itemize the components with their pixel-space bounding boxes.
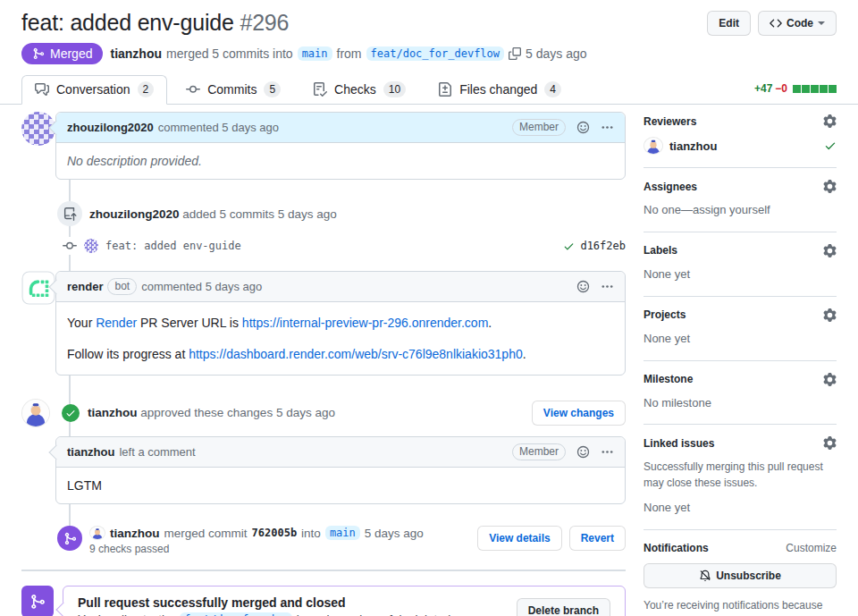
dashboard-url-link[interactable]: https://dashboard.render.com/web/srv-c76… — [189, 347, 523, 361]
timeline-merge-event: tianzhou merged commit 762005b into main… — [21, 526, 626, 555]
labels-heading: Labels — [644, 244, 677, 257]
base-branch-label[interactable]: main — [325, 526, 360, 540]
head-branch-label[interactable]: feat/doc_for_devflow — [366, 46, 505, 61]
event-author-link[interactable]: zhouzilong2020 — [89, 207, 180, 221]
sidebar-section-projects: Projects None yet — [644, 297, 837, 361]
event-author-link[interactable]: tianzhou — [110, 527, 160, 540]
checks-passed-link[interactable]: 9 checks passed — [89, 543, 424, 555]
comment-author-link[interactable]: zhouzilong2020 — [67, 121, 154, 134]
edit-button[interactable]: Edit — [707, 11, 751, 36]
gear-icon[interactable] — [823, 373, 837, 386]
event-text: added 5 commits 5 days ago — [182, 207, 337, 221]
into-word: into — [301, 527, 321, 540]
event-author-link[interactable]: tianzhou — [88, 406, 138, 419]
customize-link[interactable]: Customize — [786, 542, 837, 554]
merge-author-link[interactable]: tianzhou — [110, 46, 162, 61]
tab-checks[interactable]: Checks 10 — [299, 75, 419, 105]
tab-files-changed[interactable]: Files changed 4 — [425, 75, 575, 105]
comment-author-link[interactable]: tianzhou — [67, 445, 114, 459]
git-merge-icon — [57, 526, 82, 551]
sidebar-section-reviewers: Reviewers tianzhou — [644, 112, 837, 168]
reviewer-row[interactable]: tianzhou — [644, 137, 837, 155]
tab-commits[interactable]: Commits 5 — [172, 75, 294, 105]
sidebar-section-notifications: Notifications Customize Unsubscribe You’… — [644, 530, 837, 616]
merged-sha-link[interactable]: 762005b — [252, 527, 298, 539]
merge-time: 5 days ago — [526, 46, 587, 61]
sidebar-section-milestone: Milestone No milestone — [644, 361, 837, 426]
avatar[interactable] — [21, 399, 50, 427]
smiley-icon[interactable] — [576, 280, 590, 293]
avatar — [644, 137, 663, 155]
comment-action: left a comment — [119, 445, 195, 459]
commit-message-link[interactable]: feat: added env-guide — [105, 240, 241, 252]
diffstat: +47 −0 — [754, 82, 837, 104]
notifications-caption: You’re receiving notifications because y… — [644, 597, 837, 616]
view-changes-button[interactable]: View changes — [532, 401, 626, 426]
projects-heading: Projects — [644, 308, 686, 321]
kebab-icon[interactable] — [601, 121, 614, 134]
bell-slash-icon — [699, 570, 711, 582]
avatar[interactable] — [84, 239, 98, 253]
bot-author-link[interactable]: render — [67, 280, 103, 293]
event-text: approved these changes 5 days ago — [140, 406, 335, 419]
code-dropdown-button[interactable]: Code — [758, 11, 837, 36]
kebab-icon[interactable] — [601, 445, 614, 459]
tab-label: Conversation — [56, 82, 130, 97]
comment-action: commented 5 days ago — [158, 121, 279, 134]
sidebar-section-linked-issues: Linked issues Successfully merging this … — [644, 425, 837, 530]
delete-branch-button[interactable]: Delete branch — [517, 598, 610, 616]
diffstat-deletions: −0 — [775, 82, 787, 95]
sidebar-section-labels: Labels None yet — [644, 232, 837, 297]
milestone-empty: No milestone — [644, 395, 837, 412]
code-icon — [770, 17, 782, 30]
assign-yourself-link[interactable]: assign yourself — [693, 203, 770, 216]
merged-banner-title: Pull request successfully merged and clo… — [78, 595, 454, 610]
timeline-review-comment: tianzhou left a comment Member LGTM — [21, 436, 626, 504]
gear-icon[interactable] — [823, 308, 837, 322]
member-badge: Member — [512, 443, 566, 460]
gear-icon[interactable] — [823, 436, 837, 450]
base-branch-label[interactable]: main — [298, 46, 332, 61]
smiley-icon[interactable] — [576, 445, 590, 459]
diffstat-additions: +47 — [754, 82, 772, 95]
event-time: 5 days ago — [365, 527, 424, 540]
gear-icon[interactable] — [823, 180, 837, 193]
timeline-review-event: tianzhou approved these changes 5 days a… — [21, 399, 626, 427]
deleted-branch-label[interactable]: feat/doc_for_de… — [180, 612, 292, 616]
timeline-comment: zhouzilong2020 commented 5 days ago Memb… — [21, 112, 626, 180]
timeline-divider — [21, 570, 626, 571]
kebab-icon[interactable] — [601, 280, 614, 293]
render-link[interactable]: Render — [96, 316, 137, 330]
diffstat-blocks — [793, 85, 837, 93]
check-icon[interactable] — [563, 240, 575, 252]
approved-check-icon — [62, 404, 80, 422]
preview-url-link[interactable]: https://internal-preview-pr-296.onrender… — [242, 316, 488, 330]
reviewers-heading: Reviewers — [644, 115, 696, 128]
member-badge: Member — [512, 119, 566, 136]
comment-header: render bot commented 5 days ago — [56, 272, 625, 302]
smiley-icon[interactable] — [576, 121, 590, 134]
copy-icon[interactable] — [509, 47, 521, 60]
sidebar-section-assignees: Assignees No one—assign yourself — [644, 168, 837, 232]
commit-sha-link[interactable]: d16f2eb — [580, 240, 626, 252]
unsubscribe-label: Unsubscribe — [716, 567, 781, 585]
gear-icon[interactable] — [823, 114, 837, 128]
projects-empty: None yet — [644, 331, 837, 348]
comment-body: LGTM — [67, 478, 102, 493]
merge-meta-text: merged 5 commits into — [166, 46, 293, 61]
tab-conversation[interactable]: Conversation 2 — [21, 75, 167, 105]
checklist-icon — [313, 82, 327, 97]
comment-discussion-icon — [35, 82, 49, 97]
avatar[interactable] — [89, 526, 105, 540]
tab-label: Files changed — [459, 82, 537, 97]
linked-issues-description: Successfully merging this pull request m… — [644, 459, 837, 491]
repo-push-icon — [57, 201, 82, 226]
linked-issues-empty: None yet — [644, 500, 837, 517]
gear-icon[interactable] — [823, 244, 837, 257]
labels-empty: None yet — [644, 266, 837, 283]
status-badge-label: Merged — [50, 46, 92, 61]
view-details-button[interactable]: View details — [477, 526, 561, 551]
unsubscribe-button[interactable]: Unsubscribe — [644, 563, 837, 588]
revert-button[interactable]: Revert — [569, 526, 626, 551]
notifications-heading: Notifications — [644, 542, 709, 554]
